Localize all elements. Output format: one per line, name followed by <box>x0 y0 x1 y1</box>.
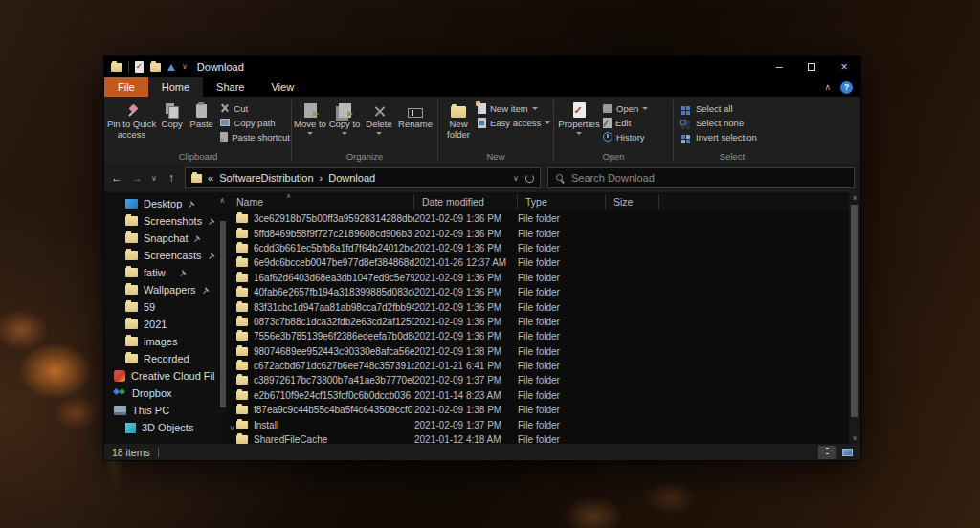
new-folder-button[interactable]: New folder <box>439 98 478 141</box>
copy-path-button[interactable]: Copy path <box>220 117 290 128</box>
sidebar-item[interactable]: 2021 ∨ <box>104 316 229 333</box>
file-row[interactable]: 40fab6e2657fb194a318399885d083dc 2021-02… <box>229 285 849 299</box>
copy-button[interactable]: Copy <box>157 98 187 130</box>
scrollbar-thumb[interactable] <box>851 205 858 417</box>
ribbon: Pin to Quick access Copy Paste Cut Copy … <box>104 97 860 164</box>
titlebar[interactable]: ∨ Download – × <box>104 56 860 77</box>
sidebar-scroll-up-icon[interactable]: ∧ <box>219 196 225 205</box>
delete-button[interactable]: Delete <box>362 98 396 135</box>
rename-button[interactable]: Rename <box>396 98 434 130</box>
file-row[interactable]: Install 2021-02-09 1:37 PM File folder <box>229 417 849 431</box>
qat-dropdown-icon[interactable]: ∨ <box>182 63 188 71</box>
file-row[interactable]: 3ce62918b75b00ff3a95928314288dbe 2021-02… <box>229 211 849 226</box>
collapse-ribbon-icon[interactable]: ∧ <box>824 82 831 92</box>
iconbox <box>573 100 586 118</box>
help-icon[interactable]: ? <box>840 81 853 94</box>
sidebar-item[interactable]: Dropbox ∨ <box>104 385 229 402</box>
file-date-modified: 2021-02-09 1:36 PM <box>414 331 518 341</box>
file-row[interactable]: 83f31cbc1d947aa81ab98cca7d2fbb94 2021-02… <box>229 299 849 314</box>
quick-access-toolbar: ∨ <box>135 61 188 73</box>
file-row[interactable]: 0873c7b88c1dca32fdb2e63cd2af1250 2021-02… <box>229 315 849 329</box>
new-folder-qat-icon[interactable] <box>150 63 161 72</box>
file-name: SharedFileCache <box>254 434 414 444</box>
sidebar-item[interactable]: Screencasts ∨ <box>104 247 229 264</box>
history-button[interactable]: History <box>603 131 648 143</box>
breadcrumb-overflow-icon[interactable]: « <box>208 172 213 184</box>
file-row[interactable]: 16af62d6403d68ea3db1047ed9c5e79e 2021-02… <box>229 271 849 285</box>
open-button[interactable]: Open <box>603 102 648 114</box>
back-icon[interactable]: ← <box>110 171 123 185</box>
details-view-button[interactable] <box>818 446 836 459</box>
crumb-separator-icon[interactable]: › <box>320 172 323 184</box>
select-none-button[interactable]: Select none <box>680 117 757 128</box>
scroll-up-icon[interactable]: ∧ <box>852 192 857 204</box>
properties-button[interactable]: Properties <box>555 98 603 135</box>
minimize-button[interactable]: – <box>763 56 795 77</box>
file-row[interactable]: 6e9dc6bcceb0047be977d8ef384868d4 2021-01… <box>229 255 849 270</box>
sidebar-item[interactable]: Screenshots ∨ <box>104 212 229 230</box>
close-button[interactable]: × <box>828 56 860 77</box>
tab-view[interactable]: View <box>257 77 307 97</box>
sidebar-item[interactable]: Desktop ∨ <box>104 195 229 212</box>
file-row[interactable]: 5ffd8469b58f9f727c2189608cd906b3 2021-02… <box>229 226 849 240</box>
vertical-scrollbar[interactable]: ∧ ∨ <box>849 192 860 444</box>
file-row[interactable]: 7556e3b785139e6f2386edeefa7b0d8e 2021-02… <box>229 329 849 343</box>
up-icon[interactable]: ↑ <box>165 171 178 185</box>
file-row[interactable]: c672acbd671dc627b6ee748c357391df 2021-01… <box>229 359 849 373</box>
invert-selection-label: Invert selection <box>696 132 757 143</box>
sidebar-item[interactable]: Snapchat ∨ <box>104 230 229 247</box>
select-all-button[interactable]: Select all <box>680 102 757 114</box>
file-row[interactable]: 6cdd3b661ec5bfb8a1fd7f64b24012bc 2021-02… <box>229 241 849 255</box>
sidebar-item[interactable]: fatiw ∨ <box>104 264 229 281</box>
column-header-type[interactable]: Type <box>518 194 606 209</box>
customize-qat-icon[interactable] <box>167 64 175 71</box>
file-row[interactable]: SharedFileCache 2021-01-12 4:18 AM File … <box>229 432 849 444</box>
easy-access-button[interactable]: Easy access <box>478 117 550 128</box>
chevron-down-icon <box>376 132 382 135</box>
sidebar-item[interactable]: 3D Objects ∨ <box>104 419 229 436</box>
sidebar-item[interactable]: Wallpapers ∨ <box>104 281 229 298</box>
invert-selection-button[interactable]: Invert selection <box>680 131 757 143</box>
column-header-date-modified[interactable]: Date modified <box>414 194 518 209</box>
breadcrumb[interactable]: « SoftwareDistribution › Download ∨ <box>185 167 541 188</box>
paste-button[interactable]: Paste <box>187 98 216 130</box>
pin-icon <box>188 200 196 209</box>
file-row[interactable]: 98074689ee952443c90330e8afca56e8 2021-02… <box>229 344 849 359</box>
pin-to-quick-access-button[interactable]: Pin to Quick access <box>106 98 157 141</box>
sidebar-item[interactable]: 59 ∨ <box>104 298 229 316</box>
file-row[interactable]: e2b6710f9e24cf153fcf0c6b0dccb036 2021-01… <box>229 388 849 403</box>
breadcrumb-root[interactable]: SoftwareDistribution <box>219 172 313 184</box>
paste-shortcut-button[interactable]: Paste shortcut <box>220 131 290 143</box>
new-item-button[interactable]: New item <box>478 102 550 114</box>
expand-chevron-icon[interactable]: ∨ <box>229 424 234 432</box>
properties-qat-icon[interactable] <box>135 61 144 73</box>
recent-locations-icon[interactable]: ∨ <box>150 174 158 183</box>
file-row[interactable]: c38972617bc73800b7a41ae3b7770e81 2021-02… <box>229 373 849 387</box>
breadcrumb-current[interactable]: Download <box>328 172 375 184</box>
sidebar-item[interactable]: Creative Cloud Fil ∨ <box>104 367 229 385</box>
forward-icon[interactable]: → <box>130 171 144 185</box>
large-icons-view-button[interactable] <box>838 446 857 459</box>
column-header-size[interactable]: Size <box>606 194 659 209</box>
file-row[interactable]: f87ea9c9c44b55c4ba5f4c643509ccf0 2021-02… <box>229 403 849 417</box>
cut-button[interactable]: Cut <box>220 102 290 114</box>
search-box[interactable]: Search Download <box>547 167 855 188</box>
address-dropdown-icon[interactable]: ∨ <box>512 174 520 183</box>
edit-button[interactable]: Edit <box>603 117 648 128</box>
tab-file[interactable]: File <box>104 77 148 97</box>
sidebar-scrollbar[interactable] <box>220 221 226 407</box>
maximize-button[interactable] <box>795 56 828 77</box>
move-to-button[interactable]: Move to <box>293 98 327 135</box>
sidebar-item[interactable]: Recorded ∨ <box>104 350 229 367</box>
column-headers: ∧ Name Date modified Type Size <box>229 192 849 211</box>
tab-home[interactable]: Home <box>148 77 203 97</box>
column-header-name[interactable]: Name <box>229 194 414 209</box>
scroll-down-icon[interactable]: ∨ <box>852 432 857 444</box>
sidebar-item[interactable]: images ∨ <box>104 333 229 350</box>
refresh-icon[interactable] <box>525 174 534 183</box>
copy-to-button[interactable]: Copy to <box>327 98 362 135</box>
chevron-down-icon <box>576 132 582 135</box>
ribbon-group-organize: Move to Copy to Delete Rename <box>293 98 436 164</box>
sidebar-item[interactable]: This PC ∨ <box>104 402 229 419</box>
tab-share[interactable]: Share <box>203 77 257 97</box>
